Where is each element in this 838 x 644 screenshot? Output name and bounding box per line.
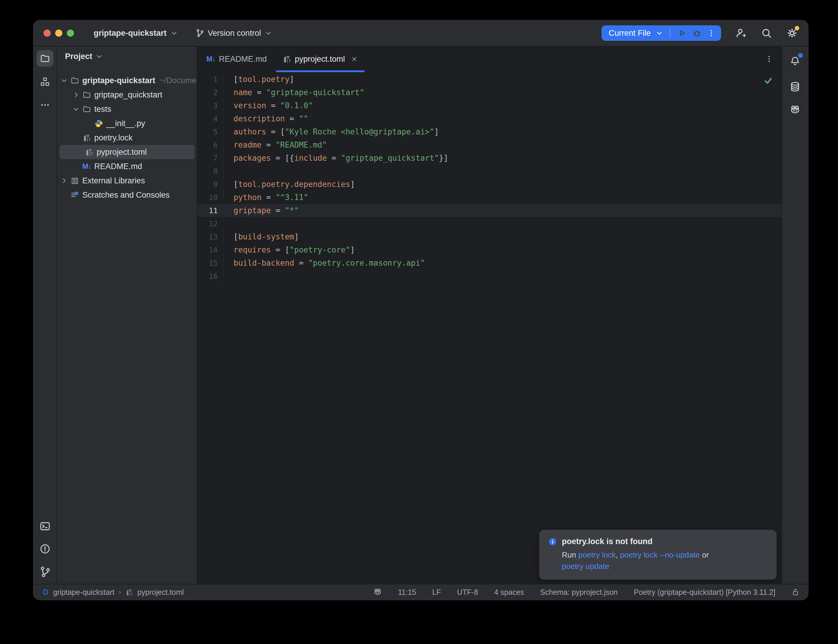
code-line-10[interactable]: 10python = "^3.11" xyxy=(197,191,781,204)
code-line-8[interactable]: 8 xyxy=(197,164,781,178)
code-line-1[interactable]: 1[tool.poetry] xyxy=(197,73,781,86)
indent-style[interactable]: 4 spaces xyxy=(494,588,524,596)
library-icon xyxy=(71,176,79,185)
close-window-button[interactable] xyxy=(44,30,51,37)
line-number: 4 xyxy=(197,115,223,123)
editor-area: M↓ README.md [T] pyproject.toml 1[tool.p… xyxy=(197,46,781,584)
window-controls xyxy=(44,30,74,37)
run-config-selector[interactable]: Current File xyxy=(609,29,651,38)
settings-badge xyxy=(795,26,799,30)
python-interpreter[interactable]: Poetry (griptape-quickstart) [Python 3.1… xyxy=(634,588,776,596)
inspection-ok-icon[interactable] xyxy=(764,76,773,85)
code-line-9[interactable]: 9[tool.poetry.dependencies] xyxy=(197,178,781,191)
minimize-window-button[interactable] xyxy=(55,30,62,37)
tree-item-griptape-quickstart[interactable]: griptape_quickstart xyxy=(57,88,197,102)
chevron-right-icon[interactable] xyxy=(60,177,69,184)
tree-item-pyproject-toml[interactable]: [T]pyproject.toml xyxy=(60,145,194,159)
chevron-down-icon[interactable] xyxy=(72,105,81,113)
tree-item-readme-md[interactable]: M↓README.md xyxy=(57,159,197,174)
code-line-6[interactable]: 6readme = "README.md" xyxy=(197,138,781,151)
right-toolbar xyxy=(781,46,808,584)
code-line-13[interactable]: 13[build-system] xyxy=(197,230,781,243)
caret-position[interactable]: 11:15 xyxy=(398,588,416,596)
ai-assistant-status-icon[interactable] xyxy=(373,588,382,596)
line-number: 12 xyxy=(197,219,223,228)
breadcrumb-file[interactable]: pyproject.toml xyxy=(138,588,184,596)
tab-pyproject[interactable]: [T] pyproject.toml xyxy=(274,46,366,72)
ai-assistant-icon[interactable] xyxy=(789,104,801,116)
code-editor[interactable]: 1[tool.poetry]2name = "griptape-quicksta… xyxy=(197,72,781,584)
code-line-7[interactable]: 7packages = [{include = "griptape_quicks… xyxy=(197,151,781,164)
code-line-12[interactable]: 12 xyxy=(197,217,781,230)
line-text: version = "0.1.0" xyxy=(223,99,313,112)
project-widget-label: griptape-quickstart xyxy=(94,29,167,38)
line-text xyxy=(223,164,233,178)
line-number: 5 xyxy=(197,128,223,136)
tree-item-griptape-quickstart[interactable]: griptape-quickstart~/Docume xyxy=(57,73,197,88)
problems-icon[interactable] xyxy=(39,543,51,555)
project-tool-button[interactable] xyxy=(37,50,53,67)
git-branch-icon[interactable] xyxy=(39,566,51,578)
ide-window: griptape-quickstart Version control Curr… xyxy=(33,20,808,600)
code-line-2[interactable]: 2name = "griptape-quickstart" xyxy=(197,86,781,99)
tab-readme-label: README.md xyxy=(219,54,267,64)
tab-readme[interactable]: M↓ README.md xyxy=(199,46,274,72)
divider xyxy=(670,29,670,38)
tree-item-external-libraries[interactable]: External Libraries xyxy=(57,174,197,188)
code-line-14[interactable]: 14requires = ["poetry-core"] xyxy=(197,243,781,256)
code-line-15[interactable]: 15build-backend = "poetry.core.masonry.a… xyxy=(197,256,781,269)
schema-selector[interactable]: Schema: pyproject.json xyxy=(540,588,618,596)
more-tools-button[interactable] xyxy=(37,97,53,113)
python-icon xyxy=(94,119,103,128)
terminal-icon[interactable] xyxy=(39,521,51,532)
debug-button[interactable] xyxy=(692,28,702,38)
project-panel-header[interactable]: Project xyxy=(57,46,197,66)
vcs-widget[interactable]: Version control xyxy=(191,25,277,41)
more-run-options-button[interactable] xyxy=(707,29,716,38)
breadcrumbs: griptape-quickstart › [T] pyproject.toml xyxy=(42,588,184,596)
code-line-4[interactable]: 4description = "" xyxy=(197,112,781,125)
breadcrumb-project[interactable]: griptape-quickstart xyxy=(53,588,115,596)
settings-gear-icon[interactable] xyxy=(786,27,798,39)
toml-icon: [T] xyxy=(82,133,91,142)
line-text: build-backend = "poetry.core.masonry.api… xyxy=(223,256,425,269)
database-icon[interactable] xyxy=(789,81,801,92)
tree-item--init-py[interactable]: __init__.py xyxy=(57,116,197,131)
scratch-icon xyxy=(71,191,79,199)
line-text: [tool.poetry] xyxy=(223,73,294,86)
code-line-5[interactable]: 5authors = ["Kyle Roche <hello@griptape.… xyxy=(197,125,781,138)
notification-link-poetry-lock-no-update[interactable]: poetry lock --no-update xyxy=(620,550,700,559)
code-lines: 1[tool.poetry]2name = "griptape-quicksta… xyxy=(197,73,781,283)
notification-title: poetry.lock is not found xyxy=(562,537,652,546)
add-user-icon[interactable] xyxy=(735,27,747,39)
notification-link-poetry-lock[interactable]: poetry lock xyxy=(578,550,616,559)
tree-item-tests[interactable]: tests xyxy=(57,102,197,116)
notification-text: , xyxy=(616,550,620,559)
chevron-down-icon[interactable] xyxy=(60,77,69,84)
project-widget[interactable]: griptape-quickstart xyxy=(89,25,182,41)
titlebar: griptape-quickstart Version control Curr… xyxy=(33,20,808,46)
structure-tool-button[interactable] xyxy=(37,73,53,90)
search-icon[interactable] xyxy=(761,27,772,39)
line-separator[interactable]: LF xyxy=(432,588,441,596)
tree-item-scratches-and-consoles[interactable]: Scratches and Consoles xyxy=(57,188,197,202)
zoom-window-button[interactable] xyxy=(67,30,74,37)
structure-icon xyxy=(40,77,50,87)
code-line-11[interactable]: 11griptape = "*" xyxy=(197,204,781,217)
tree-item-poetry-lock[interactable]: [T]poetry.lock xyxy=(57,131,197,145)
chevron-right-icon[interactable] xyxy=(72,91,81,99)
line-number: 6 xyxy=(197,141,223,150)
notification-link-poetry-update[interactable]: poetry update xyxy=(562,562,609,571)
code-line-3[interactable]: 3version = "0.1.0" xyxy=(197,99,781,112)
notifications-bell-icon[interactable] xyxy=(787,53,803,69)
tab-options-kebab-icon[interactable] xyxy=(765,54,774,64)
code-line-16[interactable]: 16 xyxy=(197,269,781,283)
breadcrumb-separator: › xyxy=(119,588,121,596)
line-number: 2 xyxy=(197,88,223,97)
run-button[interactable] xyxy=(677,28,687,38)
chevron-down-icon[interactable] xyxy=(656,29,663,37)
svg-text:[T]: [T] xyxy=(87,138,92,142)
unlock-icon[interactable] xyxy=(792,588,800,596)
close-tab-icon[interactable] xyxy=(350,55,358,63)
file-encoding[interactable]: UTF-8 xyxy=(457,588,478,596)
